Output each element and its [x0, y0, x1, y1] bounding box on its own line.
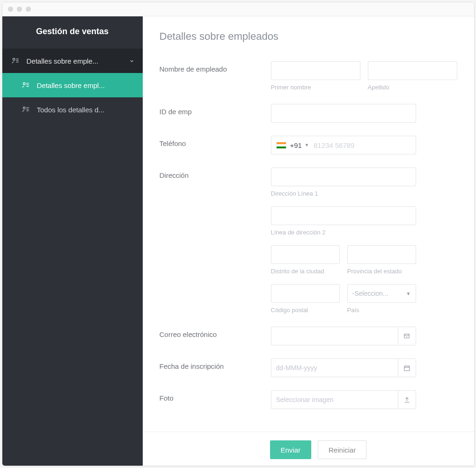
first-name-sublabel: Primer nombre	[271, 84, 360, 91]
address-line1-sublabel: Dirección Línea 1	[271, 190, 457, 197]
people-icon	[21, 106, 30, 113]
label-photo: Foto	[160, 390, 271, 409]
state-sublabel: Provincia del estado	[347, 268, 416, 275]
window-dot	[17, 7, 22, 12]
postal-sublabel: Código postal	[271, 307, 340, 314]
svg-point-4	[23, 83, 25, 85]
label-address: Dirección	[160, 168, 271, 314]
sidebar: Gestión de ventas Detalles sobre emple..…	[2, 16, 143, 466]
address-line1-input[interactable]	[271, 168, 416, 186]
last-name-sublabel: Apellido	[368, 84, 457, 91]
emp-id-input[interactable]	[271, 104, 416, 123]
calendar-icon	[398, 359, 416, 377]
submit-button[interactable]: Enviar	[270, 440, 312, 459]
date-field-wrap	[271, 358, 416, 377]
sidebar-item-all-details[interactable]: Todos los detalles d...	[2, 97, 143, 122]
people-icon	[21, 81, 30, 89]
mail-icon	[398, 327, 416, 345]
state-input[interactable]	[347, 245, 416, 264]
phone-country-code: +91	[290, 141, 302, 149]
svg-point-0	[13, 58, 15, 60]
sidebar-item-label: Todos los detalles d...	[37, 106, 134, 114]
svg-rect-13	[404, 366, 409, 371]
date-input[interactable]	[271, 359, 398, 377]
phone-placeholder: 81234 56789	[314, 141, 355, 149]
svg-point-8	[23, 107, 25, 109]
main-content: Detalles sobre empleados Nombre de emple…	[143, 16, 474, 466]
chevron-down-icon	[129, 58, 134, 64]
label-date: Fecha de inscripción	[160, 358, 271, 377]
reset-button[interactable]: Reiniciar	[318, 440, 366, 459]
photo-file-input[interactable]: Seleccionar imagen	[271, 390, 416, 409]
email-input[interactable]	[271, 327, 398, 345]
app-window: Gestión de ventas Detalles sobre emple..…	[2, 2, 475, 466]
sidebar-title: Gestión de ventas	[2, 16, 143, 49]
phone-input[interactable]: +91 ▼ 81234 56789	[271, 136, 416, 154]
page-title: Detalles sobre empleados	[160, 30, 457, 43]
country-sublabel: País	[347, 307, 416, 314]
city-sublabel: Distrito de la ciudad	[271, 268, 340, 275]
people-icon	[11, 57, 20, 65]
sidebar-item-label: Detalles sobre empl...	[37, 81, 134, 89]
address-line2-sublabel: Línea de dirección 2	[271, 229, 457, 236]
form-footer: Enviar Reiniciar	[143, 431, 474, 466]
sidebar-group-label: Detalles sobre emple...	[27, 57, 129, 65]
country-select-placeholder: -Seleccion...	[352, 290, 388, 297]
label-email: Correo electrónico	[160, 327, 271, 345]
first-name-input[interactable]	[271, 61, 360, 80]
label-phone: Teléfono	[160, 136, 271, 154]
upload-icon	[398, 391, 416, 409]
window-dot	[8, 7, 13, 12]
label-emp-id: ID de emp	[160, 104, 271, 123]
window-titlebar	[2, 2, 474, 16]
employee-form: Nombre de empleado Primer nombre Apellid…	[160, 61, 457, 422]
email-field-wrap	[271, 327, 416, 345]
photo-placeholder: Seleccionar imagen	[271, 391, 398, 409]
country-select[interactable]: -Seleccion... ▼	[347, 284, 416, 303]
address-line2-input[interactable]	[271, 206, 416, 225]
city-input[interactable]	[271, 245, 340, 264]
caret-down-icon: ▼	[406, 291, 411, 296]
sidebar-item-employee-details[interactable]: Detalles sobre empl...	[2, 73, 143, 97]
postal-input[interactable]	[271, 284, 340, 303]
window-dot	[26, 7, 31, 12]
caret-down-icon: ▼	[305, 143, 309, 147]
last-name-input[interactable]	[368, 61, 457, 80]
sidebar-group-employee-details[interactable]: Detalles sobre emple...	[2, 49, 143, 73]
flag-india-icon	[276, 142, 286, 149]
label-employee-name: Nombre de empleado	[160, 61, 271, 91]
